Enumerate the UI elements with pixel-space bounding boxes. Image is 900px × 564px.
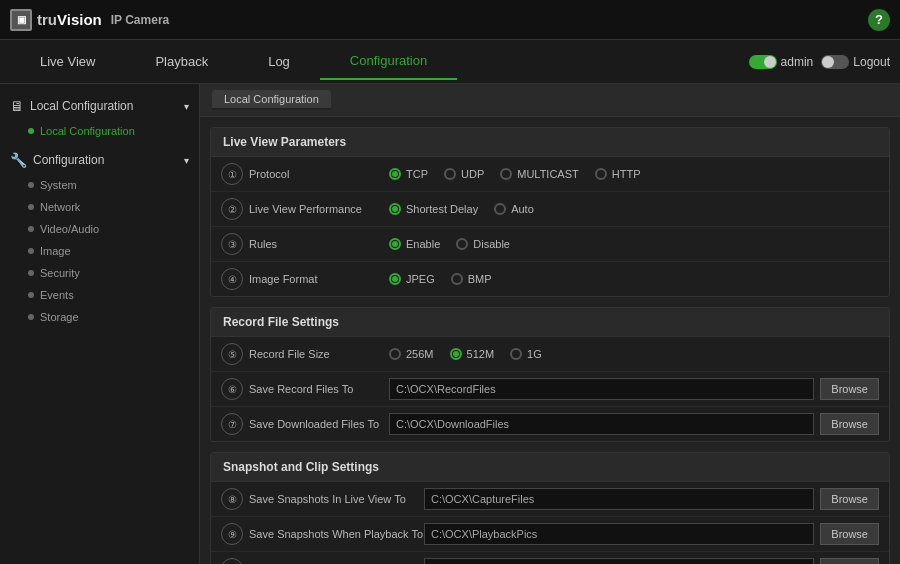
security-label: Security (40, 267, 80, 279)
row-label-save-download: Save Downloaded Files To (249, 418, 389, 430)
browse-button-clips[interactable]: Browse (820, 558, 879, 564)
row-num-perf: ② (221, 198, 243, 220)
row-label-perf: Live View Performance (249, 203, 389, 215)
brand-name: truVision (37, 11, 102, 28)
row-num-snapshot-playback: ⑨ (221, 523, 243, 545)
radio-tcp-circle[interactable] (389, 168, 401, 180)
radio-shortest-delay[interactable]: Shortest Delay (389, 203, 478, 215)
radio-udp[interactable]: UDP (444, 168, 484, 180)
admin-toggle-switch[interactable] (749, 55, 777, 69)
file-input-download[interactable] (389, 413, 814, 435)
radio-auto[interactable]: Auto (494, 203, 534, 215)
logout-toggle[interactable]: Logout (821, 55, 890, 69)
file-input-snapshot-live[interactable] (424, 488, 814, 510)
sidebar-item-local-configuration[interactable]: Local Configuration (0, 120, 199, 142)
radio-256m-circle[interactable] (389, 348, 401, 360)
tab-playback[interactable]: Playback (125, 44, 238, 79)
browse-button-download[interactable]: Browse (820, 413, 879, 435)
file-input-row-clips: Browse (424, 558, 879, 564)
browse-button-snapshot-playback[interactable]: Browse (820, 523, 879, 545)
sidebar-item-network[interactable]: Network (0, 196, 199, 218)
radio-jpeg-label: JPEG (406, 273, 435, 285)
row-image-format: ④ Image Format JPEG BMP (211, 262, 889, 296)
radio-1g-circle[interactable] (510, 348, 522, 360)
row-options-rules: Enable Disable (389, 238, 879, 250)
local-config-label: Local Configuration (40, 125, 135, 137)
sidebar-item-image[interactable]: Image (0, 240, 199, 262)
row-num-rules: ③ (221, 233, 243, 255)
radio-udp-label: UDP (461, 168, 484, 180)
radio-256m[interactable]: 256M (389, 348, 434, 360)
radio-bmp-circle[interactable] (451, 273, 463, 285)
radio-tcp[interactable]: TCP (389, 168, 428, 180)
radio-512m-circle[interactable] (450, 348, 462, 360)
radio-enable[interactable]: Enable (389, 238, 440, 250)
tab-live-view[interactable]: Live View (10, 44, 125, 79)
radio-disable-circle[interactable] (456, 238, 468, 250)
config-icon: 🔧 (10, 152, 27, 168)
security-dot (28, 270, 34, 276)
row-label-record-size: Record File Size (249, 348, 389, 360)
row-num-protocol: ① (221, 163, 243, 185)
file-input-row-record: Browse (389, 378, 879, 400)
nav-tabs: Live View Playback Log Configuration adm… (0, 40, 900, 84)
radio-udp-circle[interactable] (444, 168, 456, 180)
row-live-view-performance: ② Live View Performance Shortest Delay A… (211, 192, 889, 227)
radio-shortest-delay-label: Shortest Delay (406, 203, 478, 215)
local-config-section-label: Local Configuration (30, 99, 133, 113)
browse-button-snapshot-live[interactable]: Browse (820, 488, 879, 510)
row-clips: ⑩ Save Clips To Browse (211, 552, 889, 564)
radio-auto-circle[interactable] (494, 203, 506, 215)
main-layout: 🖥 Local Configuration ▾ Local Configurat… (0, 84, 900, 564)
radio-shortest-delay-circle[interactable] (389, 203, 401, 215)
file-input-record[interactable] (389, 378, 814, 400)
radio-http-circle[interactable] (595, 168, 607, 180)
row-rules: ③ Rules Enable Disable (211, 227, 889, 262)
row-options-protocol: TCP UDP MULTICAST HTTP (389, 168, 879, 180)
file-input-clips[interactable] (424, 558, 814, 564)
radio-bmp[interactable]: BMP (451, 273, 492, 285)
radio-256m-label: 256M (406, 348, 434, 360)
radio-512m[interactable]: 512M (450, 348, 495, 360)
radio-1g[interactable]: 1G (510, 348, 542, 360)
radio-enable-label: Enable (406, 238, 440, 250)
row-save-download: ⑦ Save Downloaded Files To Browse (211, 407, 889, 441)
row-record-size: ⑤ Record File Size 256M 512M 1G (211, 337, 889, 372)
config-section-label: Configuration (33, 153, 104, 167)
row-protocol: ① Protocol TCP UDP MULTICAST (211, 157, 889, 192)
radio-disable[interactable]: Disable (456, 238, 510, 250)
row-snapshot-playback: ⑨ Save Snapshots When Playback To Browse (211, 517, 889, 552)
breadcrumb-bar: Local Configuration (200, 84, 900, 117)
image-label: Image (40, 245, 71, 257)
radio-multicast-circle[interactable] (500, 168, 512, 180)
tab-log[interactable]: Log (238, 44, 320, 79)
radio-multicast[interactable]: MULTICAST (500, 168, 579, 180)
radio-http-label: HTTP (612, 168, 641, 180)
events-dot (28, 292, 34, 298)
section-snapshot: Snapshot and Clip Settings ⑧ Save Snapsh… (210, 452, 890, 564)
section-record-file: Record File Settings ⑤ Record File Size … (210, 307, 890, 442)
sidebar-item-events[interactable]: Events (0, 284, 199, 306)
sidebar-item-system[interactable]: System (0, 174, 199, 196)
sidebar-item-storage[interactable]: Storage (0, 306, 199, 328)
section-title-record: Record File Settings (211, 308, 889, 337)
row-options-record-size: 256M 512M 1G (389, 348, 879, 360)
file-input-snapshot-playback[interactable] (424, 523, 814, 545)
section-title-snapshot: Snapshot and Clip Settings (211, 453, 889, 482)
browse-button-record[interactable]: Browse (820, 378, 879, 400)
logout-toggle-switch[interactable] (821, 55, 849, 69)
admin-toggle[interactable]: admin (749, 55, 814, 69)
radio-jpeg[interactable]: JPEG (389, 273, 435, 285)
sidebar-section-config-header[interactable]: 🔧 Configuration ▾ (0, 146, 199, 174)
help-button[interactable]: ? (868, 9, 890, 31)
radio-http[interactable]: HTTP (595, 168, 641, 180)
header: ▣ truVision IP Camera ? (0, 0, 900, 40)
tab-configuration[interactable]: Configuration (320, 43, 457, 80)
sidebar-item-video-audio[interactable]: Video/Audio (0, 218, 199, 240)
sidebar-item-security[interactable]: Security (0, 262, 199, 284)
radio-enable-circle[interactable] (389, 238, 401, 250)
radio-jpeg-circle[interactable] (389, 273, 401, 285)
row-label-format: Image Format (249, 273, 389, 285)
image-dot (28, 248, 34, 254)
sidebar-section-local-header[interactable]: 🖥 Local Configuration ▾ (0, 92, 199, 120)
